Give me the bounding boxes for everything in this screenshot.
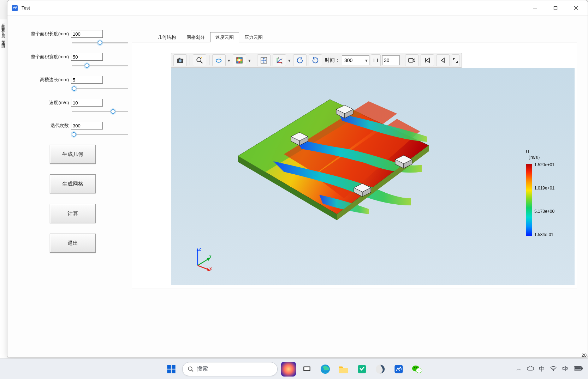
area-length-slider[interactable] xyxy=(72,42,128,43)
rotate-ccw-icon[interactable] xyxy=(293,54,307,66)
param-label-velocity: 速度(m/s) xyxy=(22,100,71,106)
select-tool-icon[interactable] xyxy=(212,54,226,66)
tower-side-input[interactable] xyxy=(71,76,103,84)
legend-tick-2: 5.173e+00 xyxy=(534,209,554,214)
pan-icon[interactable] xyxy=(257,54,271,66)
corner-number: 20 xyxy=(582,353,587,358)
edge-browser-icon[interactable] xyxy=(318,362,333,377)
area-width-input[interactable] xyxy=(71,53,103,61)
svg-rect-16 xyxy=(240,59,243,61)
svg-text:X: X xyxy=(281,62,283,64)
svg-point-8 xyxy=(197,58,201,62)
viz-frame: ▾ ▾ xyxy=(132,42,577,289)
param-label-tower-side: 高楼边长(mm) xyxy=(22,77,71,83)
viz-canvas[interactable]: Z Y X U （m/s） 1 xyxy=(171,68,575,285)
param-label-area-length: 整个面积长度(mm) xyxy=(22,31,71,37)
velocity-input[interactable] xyxy=(71,99,103,107)
iterations-input[interactable] xyxy=(71,122,103,130)
svg-point-74 xyxy=(420,369,420,370)
area-width-slider[interactable] xyxy=(72,65,128,66)
battery-icon[interactable] xyxy=(574,366,583,372)
time-value: 300 xyxy=(344,58,352,63)
svg-rect-7 xyxy=(179,58,180,59)
iterations-slider[interactable] xyxy=(72,134,128,135)
chevron-down-icon: ▾ xyxy=(365,58,368,63)
step-prev-icon[interactable] xyxy=(436,54,450,66)
svg-rect-15 xyxy=(238,59,240,61)
maximize-button[interactable] xyxy=(545,1,566,15)
taskbar-search[interactable]: 搜索 xyxy=(182,362,278,376)
compute-button[interactable]: 计算 xyxy=(50,204,96,223)
svg-text:Y: Y xyxy=(209,254,212,258)
expand-icon[interactable] xyxy=(452,54,459,66)
tab-mesh[interactable]: 网格划分 xyxy=(181,32,210,42)
wifi-icon[interactable] xyxy=(550,366,557,373)
rotate-cw-icon[interactable] xyxy=(309,54,322,66)
skip-start-icon[interactable] xyxy=(421,54,434,66)
ime-indicator[interactable]: 中 xyxy=(539,365,545,373)
app-icon-green[interactable] xyxy=(355,362,369,377)
svg-rect-19 xyxy=(240,61,243,64)
generate-mesh-button[interactable]: 生成网格 xyxy=(50,174,96,193)
cloud-icon[interactable] xyxy=(527,366,534,372)
svg-text:Y: Y xyxy=(281,58,283,61)
svg-rect-2 xyxy=(554,6,557,10)
video-camera-icon[interactable] xyxy=(405,54,418,66)
minimize-button[interactable] xyxy=(525,1,545,15)
legend-colorbar xyxy=(526,164,532,236)
generate-geometry-button[interactable]: 生成几何 xyxy=(50,145,96,164)
axes-icon[interactable]: ZYX xyxy=(273,54,286,66)
tray-chevron-up-icon[interactable]: ︿ xyxy=(516,365,522,373)
copilot-icon[interactable] xyxy=(281,362,296,377)
legend-units: （m/s） xyxy=(526,155,568,160)
chevron-down-icon[interactable]: ▾ xyxy=(247,58,252,63)
param-label-iterations: 迭代次数 xyxy=(22,122,71,129)
step-input[interactable]: 30 xyxy=(382,55,400,65)
camera-icon[interactable] xyxy=(173,54,187,66)
tabs: 几何结构 网格划分 速度云图 压力云图 xyxy=(131,32,577,42)
svg-text:X: X xyxy=(209,267,212,271)
legend-title: U xyxy=(526,149,568,155)
step-back-icon[interactable] xyxy=(371,54,381,66)
task-view-icon[interactable] xyxy=(299,362,314,377)
color-cube-icon[interactable] xyxy=(233,54,246,66)
background-window-text: 开 统 定 参 相 。 属 ai 结 为 非 为 流 xyxy=(0,19,7,358)
svg-rect-56 xyxy=(167,365,171,369)
svg-rect-17 xyxy=(237,61,239,64)
taskbar: 搜索 ︿ xyxy=(0,359,588,379)
svg-line-24 xyxy=(277,59,281,62)
start-button[interactable] xyxy=(164,362,179,377)
svg-rect-28 xyxy=(409,59,413,62)
tab-velocity-contour[interactable]: 速度云图 xyxy=(210,32,239,42)
svg-point-71 xyxy=(414,367,415,368)
svg-rect-11 xyxy=(237,58,239,60)
app-icon xyxy=(11,4,19,12)
chevron-down-icon[interactable]: ▾ xyxy=(226,58,231,63)
file-explorer-icon[interactable] xyxy=(336,362,351,377)
svg-point-6 xyxy=(179,59,182,62)
search-placeholder: 搜索 xyxy=(197,365,208,373)
legend-tick-max: 1.520e+01 xyxy=(534,162,554,167)
time-combo[interactable]: 300 ▾ xyxy=(342,55,369,65)
search-icon xyxy=(188,366,194,372)
visualization-panel: 几何结构 网格划分 速度云图 压力云图 xyxy=(131,19,577,354)
wechat-icon[interactable] xyxy=(410,362,424,377)
svg-rect-12 xyxy=(238,58,240,60)
app-icon-blue[interactable] xyxy=(391,362,406,377)
param-label-area-width: 整个面积宽度(mm) xyxy=(22,54,71,60)
area-length-input[interactable] xyxy=(71,30,103,38)
tower-side-slider[interactable] xyxy=(72,88,128,89)
browser-swirl-icon[interactable] xyxy=(373,362,388,377)
window-title: Test xyxy=(22,5,30,11)
close-button[interactable] xyxy=(566,1,586,15)
tab-geometry[interactable]: 几何结构 xyxy=(152,32,181,42)
zoom-icon[interactable] xyxy=(193,54,206,66)
tab-pressure-contour[interactable]: 压力云图 xyxy=(239,32,268,42)
legend-tick-1: 1.019e+01 xyxy=(534,186,554,191)
svg-rect-80 xyxy=(582,367,583,369)
exit-button[interactable]: 退出 xyxy=(50,234,96,253)
chevron-down-icon[interactable]: ▾ xyxy=(287,58,292,63)
svg-text:Z: Z xyxy=(199,247,201,251)
velocity-slider[interactable] xyxy=(72,111,128,112)
volume-mute-icon[interactable] xyxy=(562,365,569,373)
